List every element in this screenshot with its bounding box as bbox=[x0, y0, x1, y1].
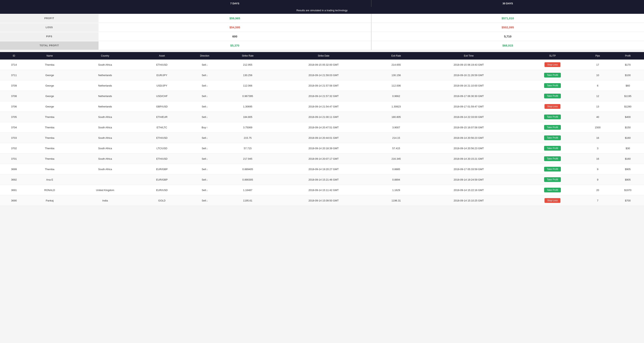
cell-sltp: Take Profit bbox=[521, 112, 584, 122]
cell-country: Netherlands bbox=[71, 101, 139, 112]
cell-id: 3708 bbox=[0, 91, 28, 101]
stop-loss-button[interactable]: Stop Loss bbox=[544, 104, 560, 109]
cell-name: Themba bbox=[28, 143, 71, 154]
cell-exit-time: 2018-09-14 15:10:25 GMT bbox=[416, 195, 521, 206]
cell-direction: Sell↓ bbox=[185, 91, 224, 101]
cell-id: 3705 bbox=[0, 112, 28, 122]
cell-profit: $160 bbox=[612, 154, 644, 164]
sell-arrow-icon: ↓ bbox=[206, 94, 208, 98]
cell-strike-date: 2018-09-14 20:44:01 GMT bbox=[271, 133, 376, 143]
cell-pips: 16 bbox=[584, 154, 612, 164]
take-profit-button[interactable]: Take Profit bbox=[544, 125, 561, 130]
cell-asset: ETH/USD bbox=[139, 154, 185, 164]
direction-cell: Sell↓ bbox=[186, 147, 223, 150]
cell-sltp: Take Profit bbox=[521, 70, 584, 80]
table-row: 3701ThembaSouth AfricaETH/USDSell↓217.94… bbox=[0, 154, 644, 164]
take-profit-button[interactable]: Take Profit bbox=[544, 114, 561, 119]
cell-pips: 3 bbox=[584, 143, 612, 154]
cell-pips: 1500 bbox=[584, 122, 612, 133]
col-header-direction: Direction bbox=[185, 52, 224, 60]
cell-pips: 13 bbox=[584, 101, 612, 112]
sell-arrow-icon: ↓ bbox=[206, 63, 208, 66]
stop-loss-button[interactable]: Stop Loss bbox=[544, 62, 560, 67]
cell-asset: USD/CHF bbox=[139, 91, 185, 101]
direction-cell: Sell↓ bbox=[186, 84, 223, 87]
table-row: 3708GeorgeNetherlandsUSD/CHFSell↓0.96739… bbox=[0, 91, 644, 101]
col-header-exit-rate: Exit Rate bbox=[376, 52, 416, 60]
cell-name: George bbox=[28, 70, 71, 80]
cell-direction: Sell↓ bbox=[185, 164, 224, 174]
summary-right-0: $571,010 bbox=[371, 14, 644, 23]
cell-strike-date: 2018-09-14 21:57:32 GMT bbox=[271, 91, 376, 101]
cell-exit-rate: 0.8885 bbox=[376, 164, 416, 174]
summary-row-0: PROFIT $59,965 $571,010 bbox=[0, 14, 644, 23]
cell-pips: 17 bbox=[584, 60, 612, 70]
sell-arrow-icon: ↓ bbox=[206, 74, 208, 77]
cell-name: George bbox=[28, 80, 71, 91]
stop-loss-button[interactable]: Stop Loss bbox=[544, 198, 560, 203]
cell-profit: $60 bbox=[612, 80, 644, 91]
take-profit-button[interactable]: Take Profit bbox=[544, 177, 561, 182]
cell-asset: ETH/USD bbox=[139, 133, 185, 143]
direction-cell: Sell↓ bbox=[186, 178, 223, 181]
take-profit-button[interactable]: Take Profit bbox=[544, 146, 561, 150]
table-row: 3706GeorgeNetherlandsGBP/USDSell↓1.30695… bbox=[0, 101, 644, 112]
summary-label-2: PIPS bbox=[0, 32, 98, 40]
cell-strike-date: 2018-09-14 20:47:51 GMT bbox=[271, 122, 376, 133]
summary-label-0: PROFIT bbox=[0, 14, 98, 22]
cell-name: Themba bbox=[28, 122, 71, 133]
take-profit-button[interactable]: Take Profit bbox=[544, 83, 561, 88]
cell-name: George bbox=[28, 101, 71, 112]
take-profit-button[interactable]: Take Profit bbox=[544, 73, 561, 78]
summary-left-1: $54,595 bbox=[98, 23, 371, 32]
cell-strike-date: 2018-09-14 20:07:17 GMT bbox=[271, 154, 376, 164]
cell-country: Netherlands bbox=[71, 80, 139, 91]
cell-strike-rate: 1195.61 bbox=[224, 195, 271, 206]
cell-sltp: Take Profit bbox=[521, 133, 584, 143]
cell-country: South Africa bbox=[71, 122, 139, 133]
take-profit-button[interactable]: Take Profit bbox=[544, 167, 561, 172]
cell-country: South Africa bbox=[71, 154, 139, 164]
direction-text: Buy bbox=[202, 126, 206, 129]
cell-id: 3691 bbox=[0, 185, 28, 195]
cell-id: 3704 bbox=[0, 122, 28, 133]
summary-label-3: TOTAL PROFIT bbox=[0, 42, 98, 50]
cell-profit: $170 bbox=[612, 60, 644, 70]
cell-strike-date: 2018-09-14 15:09:50 GMT bbox=[271, 195, 376, 206]
period-30days-label: 30 DAYS bbox=[371, 0, 644, 7]
direction-text: Sell bbox=[202, 105, 206, 108]
col-header-exit-time: Exit Time bbox=[416, 52, 521, 60]
cell-strike-date: 2018-09-14 21:54:47 GMT bbox=[271, 101, 376, 112]
cell-sltp: Take Profit bbox=[521, 154, 584, 164]
direction-text: Sell bbox=[202, 189, 206, 192]
take-profit-button[interactable]: Take Profit bbox=[544, 136, 561, 140]
cell-sltp: Take Profit bbox=[521, 143, 584, 154]
cell-exit-time: 2018-09-17 01:59:47 GMT bbox=[416, 101, 521, 112]
take-profit-button[interactable]: Take Profit bbox=[544, 188, 561, 192]
sell-arrow-icon: ↓ bbox=[206, 168, 208, 171]
cell-name: Themba bbox=[28, 60, 71, 70]
cell-exit-rate: 214.655 bbox=[376, 60, 416, 70]
period-spacer bbox=[0, 0, 98, 7]
cell-id: 3702 bbox=[0, 143, 28, 154]
cell-name: Themba bbox=[28, 154, 71, 164]
direction-text: Sell bbox=[202, 74, 206, 77]
col-header-country: Country bbox=[71, 52, 139, 60]
cell-exit-time: 2018-09-14 20:56:23 GMT bbox=[416, 143, 521, 154]
direction-text: Sell bbox=[202, 147, 206, 150]
cell-strike-date: 2018-09-14 21:00:11 GMT bbox=[271, 112, 376, 122]
cell-strike-rate: 212.955 bbox=[224, 60, 271, 70]
take-profit-button[interactable]: Take Profit bbox=[544, 94, 561, 98]
cell-strike-rate: 57.715 bbox=[224, 143, 271, 154]
direction-cell: Sell↓ bbox=[186, 168, 223, 171]
cell-direction: Sell↓ bbox=[185, 154, 224, 164]
cell-direction: Sell↓ bbox=[185, 185, 224, 195]
col-header-asset: Asset bbox=[139, 52, 185, 60]
cell-profit: $1280 bbox=[612, 101, 644, 112]
cell-strike-date: 2018-09-14 15:21:46 GMT bbox=[271, 174, 376, 185]
sell-arrow-icon: ↓ bbox=[206, 157, 208, 160]
summary-row-1: LOSS $54,595 $502,095 bbox=[0, 23, 644, 32]
cell-country: South Africa bbox=[71, 60, 139, 70]
take-profit-button[interactable]: Take Profit bbox=[544, 156, 561, 161]
direction-cell: Buy↑ bbox=[186, 126, 223, 129]
